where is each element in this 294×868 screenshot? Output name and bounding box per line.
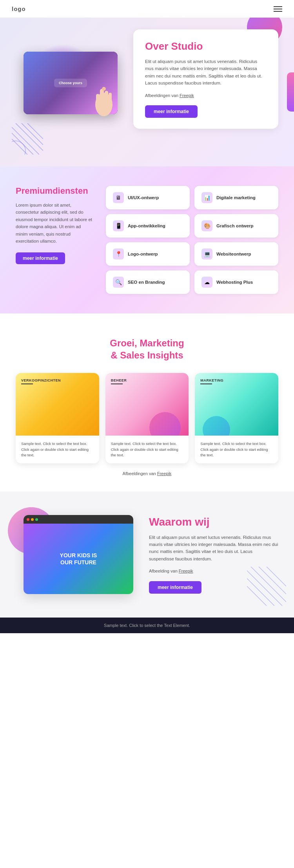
hero-cta-button[interactable]: meer informatie — [145, 105, 198, 118]
insight-sample-teal: Sample text. Click to select the text bo… — [200, 441, 273, 458]
service-card-hosting[interactable]: ☁ Webhosting Plus — [194, 270, 278, 294]
hero-freepik-prefix: Afbeeldingen van — [145, 93, 180, 98]
hero-body: Elit ut aliquam purus sit amet luctus ve… — [145, 58, 267, 87]
insights-cards: VERKOOPINZICHTEN Sample text. Click to s… — [16, 373, 278, 463]
insight-card-bottom-pink: Sample text. Click to select the text bo… — [105, 436, 189, 463]
digital-icon: 📊 — [201, 192, 212, 203]
whyus-card: Waarom wij Elit ut aliquam purus sit ame… — [149, 516, 278, 594]
hamburger-button[interactable] — [274, 6, 282, 12]
hosting-label: Webhosting Plus — [216, 280, 253, 285]
insight-card-top-teal: MARKETING — [195, 373, 278, 436]
hosting-icon: ☁ — [201, 277, 212, 288]
hamburger-line-1 — [274, 6, 282, 7]
services-cta-button[interactable]: meer informatie — [16, 252, 65, 264]
graphic-icon: 🎨 — [201, 220, 212, 231]
whyus-body: Elit ut aliquam purus sit amet luctus ve… — [149, 534, 278, 563]
hero-card: Over Studio Elit ut aliquam purus sit am… — [133, 29, 278, 129]
svg-rect-11 — [96, 94, 100, 103]
dot-red — [27, 518, 29, 521]
graphic-label: Grafisch ontwerp — [216, 223, 254, 228]
whyus-mockup-bar — [24, 515, 133, 524]
insight-label-beheer: BEHEER — [111, 378, 127, 384]
app-label: App-ontwikkeling — [128, 223, 165, 228]
seo-icon: 🔍 — [113, 277, 124, 288]
service-card-website[interactable]: 💻 Websiteontwerp — [194, 242, 278, 266]
whyus-image: YOUR KIDS IS OUR FUTURE — [16, 515, 137, 594]
uiux-icon: 🖥 — [113, 192, 124, 203]
services-grid: 🖥 UI/UX-ontwerp 📊 Digitale marketing 📱 A… — [106, 186, 278, 294]
whyus-mockup-line2: OUR FUTURE — [60, 559, 96, 565]
whyus-mockup-line1: YOUR KIDS IS — [60, 552, 97, 558]
insight-card-marketing: MARKETING Sample text. Click to select t… — [195, 373, 278, 463]
services-section: Premiumdiensten Lorem ipsum dolor sit am… — [0, 166, 294, 313]
insight-card-bottom-teal: Sample text. Click to select the text bo… — [195, 436, 278, 463]
footer: Sample text. Click to select the Text El… — [0, 618, 294, 633]
service-card-seo[interactable]: 🔍 SEO en Branding — [106, 270, 190, 294]
services-title: Premiumdiensten — [16, 186, 94, 196]
navbar: logo — [0, 0, 294, 18]
logo-icon: 📍 — [113, 249, 124, 259]
app-icon: 📱 — [113, 220, 124, 231]
whyus-mockup-content: YOUR KIDS IS OUR FUTURE — [24, 524, 133, 594]
insights-section: Groei, Marketing& Sales Insights VERKOOP… — [0, 313, 294, 492]
insight-label-verkoop: VERKOOPINZICHTEN — [21, 378, 61, 384]
logo: logo — [12, 5, 26, 12]
whyus-title: Waarom wij — [149, 516, 278, 528]
insight-label-marketing: MARKETING — [200, 378, 223, 384]
services-left: Premiumdiensten Lorem ipsum dolor sit am… — [16, 186, 94, 264]
insights-freepik-link[interactable]: Freepik — [157, 471, 172, 476]
insight-card-verkoopinzichten: VERKOOPINZICHTEN Sample text. Click to s… — [16, 373, 99, 463]
svg-point-6 — [12, 141, 25, 155]
hamburger-line-2 — [274, 9, 282, 9]
hero-image-block: Choose yours — [16, 44, 125, 114]
whyus-freepik: Afbeelding van Freepik — [149, 568, 278, 575]
logo-label: Logo-ontwerp — [128, 252, 158, 256]
whyus-freepik-prefix: Afbeelding van — [149, 569, 179, 573]
website-icon: 💻 — [201, 249, 212, 259]
service-card-logo[interactable]: 📍 Logo-ontwerp — [106, 242, 190, 266]
hero-freepik: Afbeeldingen van Freepik — [145, 92, 267, 99]
insight-card-top-yellow: VERKOOPINZICHTEN — [16, 373, 99, 436]
insight-card-bottom-yellow: Sample text. Click to select the text bo… — [16, 436, 99, 463]
services-inner: Premiumdiensten Lorem ipsum dolor sit am… — [16, 186, 278, 294]
hero-title: Over Studio — [145, 40, 267, 52]
insight-card-beheer: BEHEER Sample text. Click to select the … — [105, 373, 189, 463]
service-card-digital[interactable]: 📊 Digitale marketing — [194, 186, 278, 209]
hero-mockup-label: Choose yours — [54, 79, 87, 87]
insight-sample-yellow: Sample text. Click to select the text bo… — [21, 441, 94, 458]
insight-sample-pink: Sample text. Click to select the text bo… — [111, 441, 183, 458]
insight-blob-pink — [149, 412, 181, 436]
whyus-cta-button[interactable]: meer informatie — [149, 581, 201, 594]
services-body: Lorem ipsum dolor sit amet, consectetur … — [16, 202, 94, 245]
svg-rect-8 — [100, 89, 104, 103]
whyus-mockup: YOUR KIDS IS OUR FUTURE — [24, 515, 133, 594]
uiux-label: UI/UX-ontwerp — [128, 195, 159, 200]
hero-section: Choose yours Over Studio Elit ut aliquam… — [0, 18, 294, 166]
whyus-freepik-link[interactable]: Freepik — [179, 569, 193, 573]
service-card-app[interactable]: 📱 App-ontwikkeling — [106, 214, 190, 238]
svg-rect-10 — [109, 93, 112, 103]
whyus-section: YOUR KIDS IS OUR FUTURE Waarom wij Elit … — [0, 492, 294, 618]
whyus-mockup-text: YOUR KIDS IS OUR FUTURE — [60, 552, 97, 566]
insights-freepik-prefix: Afbeeldingen van — [123, 471, 157, 476]
service-card-uiux[interactable]: 🖥 UI/UX-ontwerp — [106, 186, 190, 209]
service-card-graphic[interactable]: 🎨 Grafisch ontwerp — [194, 214, 278, 238]
insights-freepik: Afbeeldingen van Freepik — [16, 471, 278, 476]
whyus-inner: YOUR KIDS IS OUR FUTURE Waarom wij Elit … — [16, 515, 278, 594]
insight-card-top-pink: BEHEER — [105, 373, 189, 436]
hero-inner: Choose yours Over Studio Elit ut aliquam… — [0, 29, 294, 129]
dot-green — [35, 518, 38, 521]
website-label: Websiteontwerp — [216, 252, 251, 256]
digital-label: Digitale marketing — [216, 195, 256, 200]
insights-title: Groei, Marketing& Sales Insights — [16, 337, 278, 361]
hero-freepik-link[interactable]: Freepik — [180, 93, 194, 98]
dot-yellow — [31, 518, 34, 521]
svg-rect-9 — [105, 91, 108, 103]
hero-hand-icon — [90, 83, 118, 118]
svg-point-12 — [102, 87, 106, 91]
footer-text: Sample text. Click to select the Text El… — [12, 623, 282, 628]
hamburger-line-3 — [274, 11, 282, 12]
seo-label: SEO en Branding — [128, 280, 165, 285]
insight-blob-teal — [203, 416, 230, 436]
